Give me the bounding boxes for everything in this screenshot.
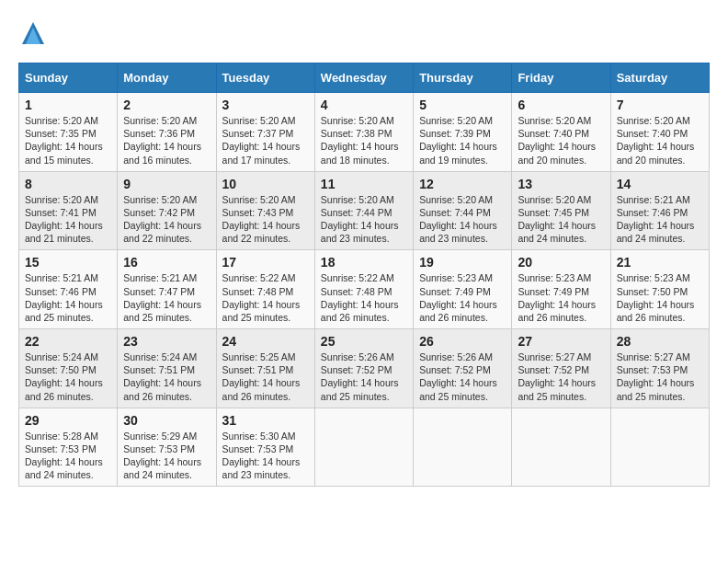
day-number: 21 [617,255,703,270]
day-cell-29: 29 Sunrise: 5:28 AM Sunset: 7:53 PM Dayl… [19,408,118,487]
daylight-text: Daylight: 14 hours and 24 minutes. [25,456,103,480]
sunset-text: Sunset: 7:49 PM [518,286,589,297]
sunrise-text: Sunrise: 5:28 AM [25,431,98,442]
day-number: 17 [222,255,309,270]
day-cell-8: 8 Sunrise: 5:20 AM Sunset: 7:41 PM Dayli… [19,171,118,250]
sunrise-text: Sunrise: 5:22 AM [321,272,394,283]
week-row-1: 1 Sunrise: 5:20 AM Sunset: 7:35 PM Dayli… [19,93,710,172]
daylight-text: Daylight: 14 hours and 25 minutes. [321,377,399,401]
day-info: Sunrise: 5:21 AM Sunset: 7:46 PM Dayligh… [617,193,703,246]
day-info: Sunrise: 5:20 AM Sunset: 7:40 PM Dayligh… [617,114,703,167]
sunrise-text: Sunrise: 5:23 AM [419,272,493,283]
sunset-text: Sunset: 7:50 PM [617,286,688,297]
sunset-text: Sunset: 7:52 PM [419,364,491,375]
empty-cell [610,408,709,487]
calendar-table: SundayMondayTuesdayWednesdayThursdayFrid… [18,63,710,487]
sunrise-text: Sunrise: 5:20 AM [419,194,493,205]
sunset-text: Sunset: 7:47 PM [123,286,195,297]
day-cell-19: 19 Sunrise: 5:23 AM Sunset: 7:49 PM Dayl… [414,250,512,329]
daylight-text: Daylight: 14 hours and 25 minutes. [123,299,201,323]
day-number: 27 [518,334,604,349]
day-number: 7 [617,98,703,112]
sunrise-text: Sunrise: 5:24 AM [123,351,197,362]
daylight-text: Daylight: 14 hours and 25 minutes. [617,377,695,401]
daylight-text: Daylight: 14 hours and 20 minutes. [617,141,695,165]
daylight-text: Daylight: 14 hours and 24 minutes. [617,220,695,244]
day-info: Sunrise: 5:24 AM Sunset: 7:50 PM Dayligh… [25,350,111,403]
empty-cell [512,408,610,487]
day-cell-23: 23 Sunrise: 5:24 AM Sunset: 7:51 PM Dayl… [118,329,216,408]
day-cell-11: 11 Sunrise: 5:20 AM Sunset: 7:44 PM Dayl… [314,171,413,250]
sunset-text: Sunset: 7:46 PM [25,286,97,297]
daylight-text: Daylight: 14 hours and 26 minutes. [419,299,497,323]
daylight-text: Daylight: 14 hours and 23 minutes. [222,456,301,480]
day-number: 26 [419,334,506,349]
daylight-text: Daylight: 14 hours and 26 minutes. [617,299,695,323]
week-row-4: 22 Sunrise: 5:24 AM Sunset: 7:50 PM Dayl… [19,329,710,408]
day-number: 13 [518,177,604,191]
day-cell-14: 14 Sunrise: 5:21 AM Sunset: 7:46 PM Dayl… [610,171,709,250]
sunset-text: Sunset: 7:53 PM [25,443,97,454]
day-info: Sunrise: 5:30 AM Sunset: 7:53 PM Dayligh… [222,430,309,482]
day-cell-18: 18 Sunrise: 5:22 AM Sunset: 7:48 PM Dayl… [314,250,413,329]
header-cell-thursday: Thursday [414,63,512,93]
day-info: Sunrise: 5:27 AM Sunset: 7:53 PM Dayligh… [617,350,703,403]
sunrise-text: Sunrise: 5:20 AM [25,194,98,205]
sunrise-text: Sunrise: 5:26 AM [419,351,493,362]
sunset-text: Sunset: 7:40 PM [518,128,589,139]
day-number: 23 [123,334,210,349]
empty-cell [314,408,413,487]
daylight-text: Daylight: 14 hours and 25 minutes. [419,377,497,401]
day-number: 15 [25,255,111,270]
day-cell-9: 9 Sunrise: 5:20 AM Sunset: 7:42 PM Dayli… [118,171,216,250]
header-cell-monday: Monday [118,63,216,93]
day-cell-1: 1 Sunrise: 5:20 AM Sunset: 7:35 PM Dayli… [19,93,118,172]
header-cell-wednesday: Wednesday [314,63,413,93]
day-number: 14 [617,177,703,191]
empty-cell [414,408,512,487]
sunrise-text: Sunrise: 5:20 AM [518,115,591,126]
day-cell-10: 10 Sunrise: 5:20 AM Sunset: 7:43 PM Dayl… [216,171,314,250]
sunset-text: Sunset: 7:36 PM [123,128,195,139]
week-row-5: 29 Sunrise: 5:28 AM Sunset: 7:53 PM Dayl… [19,408,710,487]
sunset-text: Sunset: 7:43 PM [222,207,294,218]
sunset-text: Sunset: 7:41 PM [25,207,97,218]
day-cell-20: 20 Sunrise: 5:23 AM Sunset: 7:49 PM Dayl… [512,250,610,329]
day-number: 18 [321,255,407,270]
sunset-text: Sunset: 7:44 PM [419,207,491,218]
day-info: Sunrise: 5:23 AM Sunset: 7:50 PM Dayligh… [617,271,703,324]
week-row-2: 8 Sunrise: 5:20 AM Sunset: 7:41 PM Dayli… [19,171,710,250]
sunset-text: Sunset: 7:52 PM [321,364,392,375]
day-number: 30 [123,413,210,428]
day-info: Sunrise: 5:23 AM Sunset: 7:49 PM Dayligh… [518,271,604,324]
day-info: Sunrise: 5:20 AM Sunset: 7:44 PM Dayligh… [321,193,407,246]
sunrise-text: Sunrise: 5:20 AM [321,194,394,205]
sunrise-text: Sunrise: 5:21 AM [25,272,98,283]
day-cell-16: 16 Sunrise: 5:21 AM Sunset: 7:47 PM Dayl… [118,250,216,329]
daylight-text: Daylight: 14 hours and 26 minutes. [25,377,103,401]
day-info: Sunrise: 5:21 AM Sunset: 7:46 PM Dayligh… [25,271,111,324]
sunrise-text: Sunrise: 5:21 AM [123,272,197,283]
day-info: Sunrise: 5:25 AM Sunset: 7:51 PM Dayligh… [222,350,309,403]
day-number: 24 [222,334,309,349]
sunset-text: Sunset: 7:49 PM [419,286,491,297]
day-cell-3: 3 Sunrise: 5:20 AM Sunset: 7:37 PM Dayli… [216,93,314,172]
sunrise-text: Sunrise: 5:27 AM [617,351,690,362]
day-cell-31: 31 Sunrise: 5:30 AM Sunset: 7:53 PM Dayl… [216,408,314,487]
sunrise-text: Sunrise: 5:20 AM [222,194,296,205]
day-cell-2: 2 Sunrise: 5:20 AM Sunset: 7:36 PM Dayli… [118,93,216,172]
sunset-text: Sunset: 7:53 PM [222,443,294,454]
sunrise-text: Sunrise: 5:24 AM [25,351,98,362]
day-info: Sunrise: 5:27 AM Sunset: 7:52 PM Dayligh… [518,350,604,403]
daylight-text: Daylight: 14 hours and 25 minutes. [25,299,103,323]
logo [18,18,51,48]
day-info: Sunrise: 5:20 AM Sunset: 7:42 PM Dayligh… [123,193,210,246]
header-row: SundayMondayTuesdayWednesdayThursdayFrid… [19,63,710,93]
daylight-text: Daylight: 14 hours and 26 minutes. [123,377,201,401]
daylight-text: Daylight: 14 hours and 16 minutes. [123,141,201,165]
sunset-text: Sunset: 7:51 PM [222,364,294,375]
day-number: 2 [123,98,210,112]
daylight-text: Daylight: 14 hours and 18 minutes. [321,141,399,165]
sunrise-text: Sunrise: 5:20 AM [617,115,690,126]
day-info: Sunrise: 5:20 AM Sunset: 7:43 PM Dayligh… [222,193,309,246]
